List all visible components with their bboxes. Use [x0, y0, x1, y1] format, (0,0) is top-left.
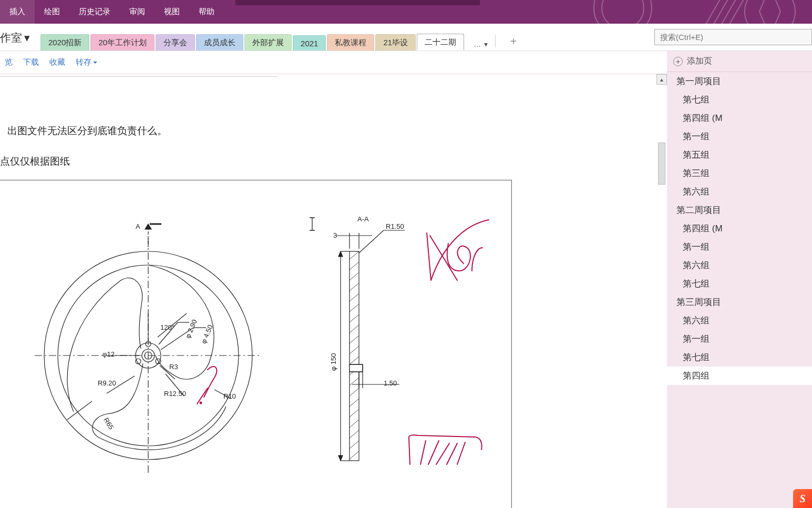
drawing-svg: [0, 180, 512, 508]
svg-point-1: [602, 0, 644, 24]
notebook-name[interactable]: 作室 ▾: [0, 31, 34, 50]
scroll-thumb[interactable]: [658, 143, 665, 185]
dim-dia150: φ 150: [330, 353, 337, 371]
page-item[interactable]: 第六组: [667, 311, 812, 330]
favorite-button[interactable]: 收藏: [48, 55, 67, 69]
tab-share[interactable]: 分享会: [156, 34, 195, 50]
page-item[interactable]: 第二周项目: [667, 201, 812, 219]
page-item[interactable]: 第四组: [667, 367, 812, 385]
dim-r1250: R12.50: [164, 390, 186, 398]
page-item[interactable]: 第七组: [667, 90, 812, 109]
page-list: 第一周项目第七组第四组 (M第一组第五组第三组第六组第二周项目第四组 (M第一组…: [667, 72, 812, 385]
search-box: [654, 29, 812, 45]
download-button[interactable]: 下载: [22, 55, 40, 69]
section-bar: 作室 ▾ 2020招新 20年工作计划 分享会 成员成长 外部扩展 2021 私…: [0, 24, 812, 51]
svg-line-41: [350, 388, 359, 396]
chevron-down-icon: ▾: [24, 32, 30, 44]
tabs-overflow-label: …: [474, 40, 481, 48]
tab-private[interactable]: 私教课程: [327, 34, 374, 50]
ribbon-history[interactable]: 历史记录: [69, 0, 120, 24]
ribbon-help[interactable]: 帮助: [189, 0, 224, 24]
svg-line-46: [350, 441, 359, 449]
svg-line-47: [350, 451, 359, 459]
svg-line-32: [350, 293, 359, 301]
divider: [495, 35, 496, 47]
ribbon-draw[interactable]: 绘图: [35, 0, 69, 24]
search-input[interactable]: [654, 29, 812, 45]
svg-line-29: [350, 262, 359, 270]
svg-line-35: [350, 325, 359, 333]
tab-external[interactable]: 外部扩展: [244, 34, 292, 50]
dim-dia12: φ12: [102, 350, 115, 358]
svg-point-2: [745, 0, 795, 24]
page-item[interactable]: 第七组: [667, 348, 812, 367]
svg-line-45: [350, 430, 359, 438]
tab-22-period[interactable]: 二十二期: [417, 34, 464, 50]
add-page-button[interactable]: + 添加页: [667, 51, 812, 72]
page-item[interactable]: 第一组: [667, 238, 812, 256]
page-item[interactable]: 第三组: [667, 164, 812, 182]
dim-r150: R1.50: [386, 222, 404, 230]
page-item[interactable]: 第四组 (M: [667, 109, 812, 127]
tab-21-grad[interactable]: 21毕设: [375, 34, 416, 50]
engineering-drawing: A A-A R1.50 3 φ 150 1.50 120° φ 2.90 φ 4…: [0, 180, 512, 508]
dim-3: 3: [333, 231, 337, 239]
svg-rect-27: [350, 251, 359, 461]
page-item[interactable]: 第一组: [667, 330, 812, 348]
page-item[interactable]: 第五组: [667, 146, 812, 164]
svg-line-43: [350, 409, 359, 417]
note-canvas[interactable]: 出图文件无法区分到底谁负责什么。 点仅仅根据图纸: [0, 74, 667, 508]
ribbon-view[interactable]: 视图: [155, 0, 189, 24]
tab-member-growth[interactable]: 成员成长: [196, 34, 243, 50]
dim-120: 120°: [160, 323, 174, 331]
page-item[interactable]: 第六组: [667, 182, 812, 201]
add-section-button[interactable]: ＋: [503, 34, 524, 50]
section-tabs: 2020招新 20年工作计划 分享会 成员成长 外部扩展 2021 私教课程 2…: [40, 34, 464, 50]
chevron-down-icon: ▾: [484, 40, 488, 48]
svg-line-37: [350, 346, 359, 354]
vertical-scrollbar[interactable]: ▲: [656, 74, 667, 508]
tab-2020-recruit[interactable]: 2020招新: [40, 34, 89, 50]
page-item[interactable]: 第三周项目: [667, 293, 812, 311]
svg-rect-48: [350, 364, 363, 372]
svg-point-63: [200, 402, 202, 404]
svg-line-33: [350, 304, 359, 312]
page-item[interactable]: 第一组: [667, 127, 812, 146]
ribbon-insert[interactable]: 插入: [0, 0, 35, 24]
page-item[interactable]: 第六组: [667, 256, 812, 275]
body-text-2: 点仅仅根据图纸: [0, 155, 667, 168]
add-page-label: 添加页: [687, 56, 712, 67]
ime-badge-icon[interactable]: S: [793, 489, 812, 508]
notebook-name-label: 作室: [0, 31, 22, 45]
page-item[interactable]: 第一周项目: [667, 72, 812, 90]
dim-r920: R9.20: [98, 379, 116, 387]
svg-line-38: [350, 357, 359, 364]
page-item[interactable]: 第七组: [667, 275, 812, 293]
ribbon-decor: [560, 0, 812, 24]
plus-icon: +: [673, 57, 683, 66]
dim-r10: R10: [223, 392, 236, 400]
tab-2021[interactable]: 2021: [293, 35, 326, 50]
dim-section-mark: A: [136, 222, 140, 230]
svg-line-34: [350, 314, 359, 322]
svg-line-28: [350, 251, 359, 259]
ribbon: 插入 绘图 历史记录 审阅 视图 帮助: [0, 0, 812, 24]
tabs-overflow[interactable]: … ▾: [468, 38, 493, 50]
svg-line-36: [350, 336, 359, 343]
preview-button[interactable]: 览: [3, 55, 14, 69]
transfer-button[interactable]: 转存: [74, 55, 99, 69]
svg-line-44: [350, 420, 359, 428]
ribbon-dropdown[interactable]: [235, 0, 480, 5]
svg-line-31: [350, 283, 359, 291]
svg-line-58: [359, 230, 384, 253]
svg-line-42: [350, 399, 359, 407]
svg-line-30: [350, 272, 359, 280]
tab-2020-plan[interactable]: 20年工作计划: [90, 34, 155, 50]
body-text-1: 出图文件无法区分到底谁负责什么。: [7, 124, 667, 138]
ribbon-review[interactable]: 审阅: [120, 0, 155, 24]
page-pane: + 添加页 第一周项目第七组第四组 (M第一组第五组第三组第六组第二周项目第四组…: [667, 51, 812, 508]
scroll-up-button[interactable]: ▲: [656, 74, 667, 85]
dim-r3: R3: [169, 363, 178, 371]
page-item[interactable]: 第四组 (M: [667, 219, 812, 238]
text-cursor-icon: [309, 217, 310, 231]
